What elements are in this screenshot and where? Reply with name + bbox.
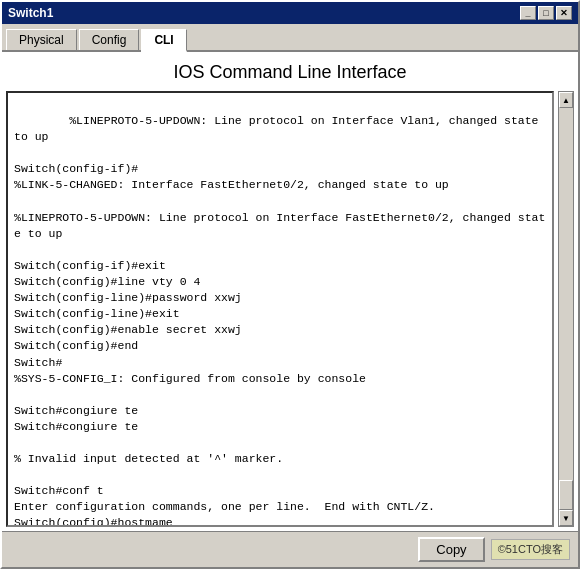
main-window: Switch1 _ □ ✕ Physical Config CLI IOS Co… [0, 0, 580, 569]
maximize-button[interactable]: □ [538, 6, 554, 20]
bottom-bar: Copy ©51CTO搜客 [2, 531, 578, 567]
terminal-wrapper: %LINEPROTO-5-UPDOWN: Line protocol on In… [2, 91, 578, 531]
ios-title: IOS Command Line Interface [2, 52, 578, 91]
copy-button[interactable]: Copy [418, 537, 484, 562]
tab-cli[interactable]: CLI [141, 29, 186, 52]
content-area: IOS Command Line Interface %LINEPROTO-5-… [2, 52, 578, 531]
title-bar: Switch1 _ □ ✕ [2, 2, 578, 24]
window-title: Switch1 [8, 6, 53, 20]
window-controls: _ □ ✕ [520, 6, 572, 20]
scrollbar: ▲ ▼ [558, 91, 574, 527]
terminal-text: %LINEPROTO-5-UPDOWN: Line protocol on In… [14, 114, 545, 527]
minimize-button[interactable]: _ [520, 6, 536, 20]
tab-config[interactable]: Config [79, 29, 140, 50]
scrollbar-up-button[interactable]: ▲ [559, 92, 573, 108]
scrollbar-track-area [559, 108, 573, 510]
tab-bar: Physical Config CLI [2, 24, 578, 52]
watermark: ©51CTO搜客 [491, 539, 570, 560]
close-button[interactable]: ✕ [556, 6, 572, 20]
scrollbar-thumb[interactable] [559, 480, 573, 510]
terminal-output[interactable]: %LINEPROTO-5-UPDOWN: Line protocol on In… [6, 91, 554, 527]
tab-physical[interactable]: Physical [6, 29, 77, 50]
scrollbar-down-button[interactable]: ▼ [559, 510, 573, 526]
